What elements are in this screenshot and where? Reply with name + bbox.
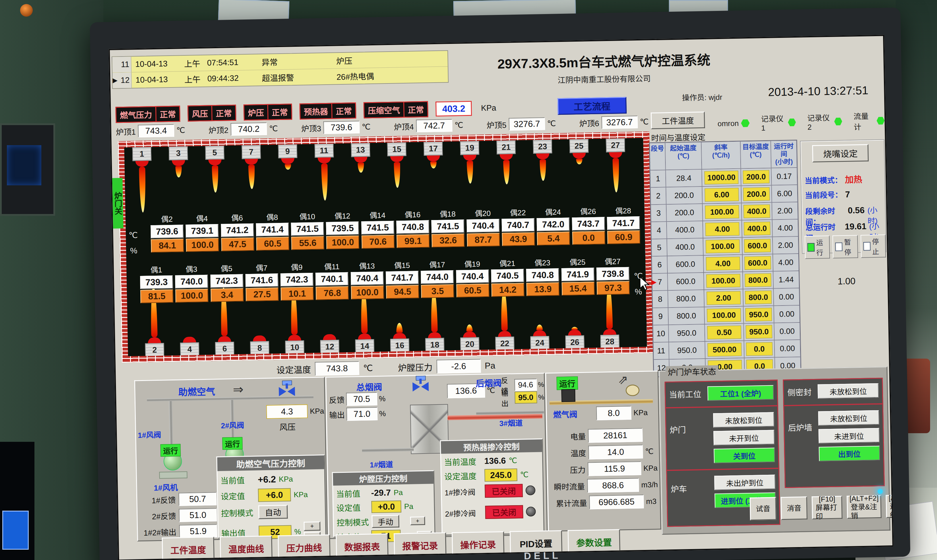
run-time-cell: 6.00 xyxy=(771,185,797,203)
slope-cell[interactable]: 100.00 xyxy=(703,203,742,221)
chamber-mode-button[interactable]: 手动 xyxy=(371,515,399,528)
slope-cell[interactable]: 100.00 xyxy=(704,306,743,324)
slope-cell[interactable]: 500.00 xyxy=(705,340,744,358)
pause-checkbox[interactable]: 暂停 xyxy=(832,235,858,258)
device-indicators: omron 记录仪1 记录仪2 流量计 xyxy=(717,110,885,134)
program-table-row[interactable]: ▶8 800.0 2.00 800.0 0.00 xyxy=(652,288,800,308)
air-valve-icon xyxy=(279,380,295,396)
stop-checkbox[interactable]: 停止 xyxy=(860,234,886,258)
thermocouple-temp: 741.7 xyxy=(607,216,640,230)
thermocouple-name: 偶18 xyxy=(440,208,456,219)
air-pressure-control: 助燃空气压力控制 当前值 +6.2 KPa 设定值 +6.0 KPa 控制模式 … xyxy=(216,454,327,538)
process-flow-button[interactable]: 工艺流程 xyxy=(558,97,627,115)
increment-button[interactable]: + xyxy=(304,522,321,531)
system-button[interactable]: [F10] 屏幕打印 xyxy=(812,496,843,519)
burner: 4 xyxy=(180,337,199,356)
start-temp-cell: 200.0 xyxy=(666,186,703,204)
program-table-row[interactable]: ▶10 950.0 0.50 950.0 0.00 xyxy=(653,323,800,342)
device-indicator-label: 记录仪1 xyxy=(761,113,786,133)
nav-button[interactable]: 报警记录 xyxy=(394,532,447,558)
top-burner-row: 1 3 5 xyxy=(133,138,626,212)
target-temp-cell[interactable]: 950.0 xyxy=(743,306,774,324)
system-button-label: 退出系统 xyxy=(890,502,894,519)
system-button[interactable]: [Alt+F4] 退出系统 xyxy=(886,495,893,518)
valve-dial-icon[interactable] xyxy=(526,507,536,517)
nav-button[interactable]: 操作记录 xyxy=(452,531,504,557)
program-table-row[interactable]: ▶2 200.0 6.00 200.0 6.00 xyxy=(650,185,798,205)
burner-cup xyxy=(463,332,476,338)
nav-button[interactable]: 参数设置 xyxy=(567,529,620,555)
preheater-title: 预热器掺冷控制 xyxy=(441,439,542,454)
thermocouple-output: 14.2 xyxy=(492,283,524,297)
flame-icon xyxy=(212,165,219,192)
corner-monitor xyxy=(0,442,34,560)
slope-cell[interactable]: 4.00 xyxy=(703,220,742,238)
target-temp-cell[interactable]: 600.0 xyxy=(742,254,773,272)
system-button[interactable]: 消音 xyxy=(781,497,807,520)
corner-monitor-window xyxy=(2,511,29,550)
program-table-row[interactable]: ▶6 600.0 4.00 600.0 4.00 xyxy=(652,254,799,274)
thermocouple: 偶13 740.4 100.0 xyxy=(350,260,384,299)
burner-cup xyxy=(427,155,440,162)
program-table-row[interactable]: ▶11 950.0 500.00 0.0 0.00 xyxy=(653,340,800,360)
nav-button[interactable]: 压力曲线 xyxy=(278,534,331,560)
slope-cell[interactable]: 2.00 xyxy=(704,289,743,307)
target-temp-cell[interactable]: 200.0 xyxy=(741,185,772,203)
program-table-row[interactable]: ▶9 800.0 100.00 950.0 0.00 xyxy=(652,305,800,325)
rear-wall-state: 出到位 xyxy=(819,446,880,461)
program-table-row[interactable]: ▶3 200.0 100.00 400.0 2.00 xyxy=(651,202,798,222)
thermocouple-temp: 740.8 xyxy=(396,220,430,234)
burner-settings-button[interactable]: 烧嘴设定 xyxy=(812,144,869,162)
target-temp-cell[interactable]: 800.0 xyxy=(743,271,774,289)
preheater-set-temp[interactable]: 245.0 xyxy=(484,468,517,482)
target-temp-cell[interactable]: 600.0 xyxy=(742,237,773,255)
furnace-view: 1 3 5 xyxy=(118,131,653,363)
burner-cup xyxy=(148,337,161,343)
target-temp-cell[interactable]: 400.0 xyxy=(741,203,772,220)
fan2-pipe xyxy=(230,400,234,437)
nav-button[interactable]: 温度曲线 xyxy=(220,535,273,560)
nav-button[interactable]: 数据报表 xyxy=(336,533,389,559)
slope-cell[interactable]: 100.00 xyxy=(704,272,743,290)
target-temp-cell[interactable]: 800.0 xyxy=(743,289,774,306)
slope-cell[interactable]: 4.00 xyxy=(703,255,743,272)
program-side-panel: 烧嘴设定 当前模式：加热 当前段号：7 段剩余时间：0.56(小时) 总运行时间… xyxy=(800,139,886,254)
combustion-air-panel: 助燃空气 ⇒ 4.3 KPa 风压 1#风阀 2#风阀 运行 运行 xyxy=(134,377,328,542)
valve2-label: 2#风阀 xyxy=(221,419,244,430)
duct1-pipe xyxy=(362,448,414,452)
system-button[interactable]: [ALT+F2] 登录&注销 xyxy=(847,495,882,519)
run-checkbox[interactable]: 运行 xyxy=(804,235,830,259)
gas-meter-icon xyxy=(626,385,640,396)
target-temp-cell[interactable]: 0.0 xyxy=(744,340,775,358)
program-table-row[interactable]: ▶7 600.0 100.00 800.0 1.44 xyxy=(652,271,799,291)
system-button[interactable]: 试音 xyxy=(749,497,776,521)
target-temp-cell[interactable]: 200.0 xyxy=(741,168,771,186)
slope-cell[interactable]: 0.50 xyxy=(704,323,744,341)
increment-button[interactable]: + xyxy=(410,516,425,525)
burner-number-plate: 5 xyxy=(205,146,225,160)
workpiece-temp-button[interactable]: 工件温度 xyxy=(651,112,705,129)
chamber-press-set[interactable]: +0.0 xyxy=(371,500,401,513)
valve-dial-icon[interactable] xyxy=(526,485,536,495)
thermocouple-temp: 740.4 xyxy=(467,219,499,233)
program-table-row[interactable]: ▶1 28.4 1000.00 200.0 0.17 xyxy=(650,168,797,187)
slope-cell[interactable]: 100.00 xyxy=(703,237,742,255)
roof-temp-unit: ℃ xyxy=(176,126,185,135)
set-value[interactable]: +6.0 xyxy=(258,488,291,502)
segment-no-cell: ▶9 xyxy=(652,308,668,325)
air-title: 助燃空气 xyxy=(178,384,215,398)
chamber-press-value: -2.6 xyxy=(436,359,481,374)
program-table-row[interactable]: ▶5 400.0 100.00 600.0 2.00 xyxy=(651,236,798,256)
nav-button[interactable]: 工件温度 xyxy=(162,537,215,560)
roof-temp-unit: ℃ xyxy=(640,117,649,126)
mode-button[interactable]: 自动 xyxy=(258,505,288,519)
gas-row-unit: KPa xyxy=(643,464,658,473)
target-temp-cell[interactable]: 950.0 xyxy=(743,323,774,341)
thermocouple-temp: 742.3 xyxy=(210,274,243,288)
chamber-press-label: 炉膛压力 xyxy=(398,360,433,374)
target-temp-cell[interactable]: 400.0 xyxy=(742,220,772,237)
slope-cell[interactable]: 1000.00 xyxy=(701,169,741,186)
thermocouple: 偶17 744.0 3.5 xyxy=(420,258,454,298)
slope-cell[interactable]: 6.00 xyxy=(702,186,741,204)
program-table-row[interactable]: ▶4 400.0 4.00 400.0 4.00 xyxy=(651,219,798,239)
